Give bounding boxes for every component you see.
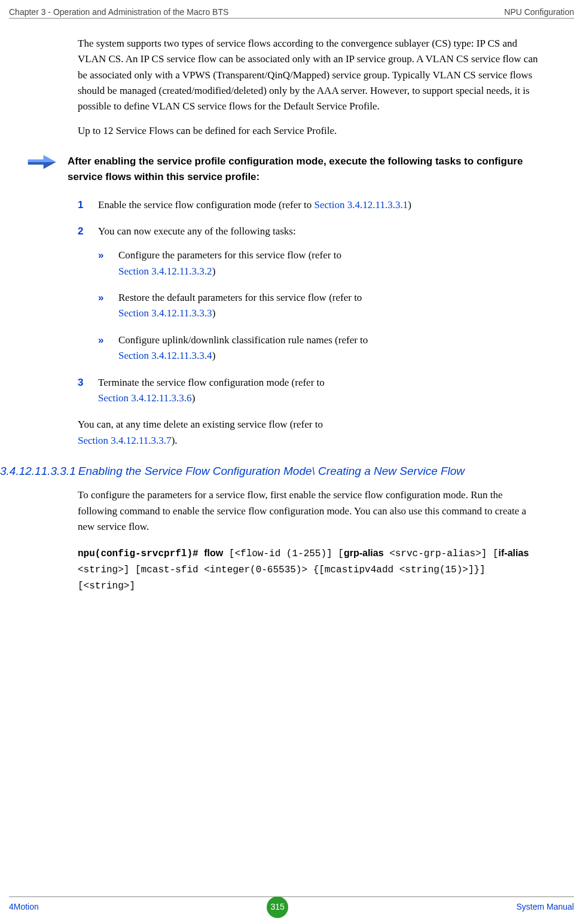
note-callout: After enabling the service profile confi…	[27, 154, 544, 185]
command-arg: <srvc-grp-alias>] [	[384, 548, 499, 559]
section-number: 3.4.12.11.3.3.1	[0, 463, 76, 480]
bullet-text: )	[212, 307, 216, 319]
step-item: Enable the service flow configuration mo…	[78, 197, 544, 213]
page-number: 315	[267, 896, 288, 918]
page-footer: 4Motion 315 System Manual	[9, 896, 574, 918]
step-text: Terminate the service flow configuration…	[98, 377, 325, 388]
section-link[interactable]: Section 3.4.12.11.3.3.7	[78, 435, 172, 446]
header-left: Chapter 3 - Operation and Administration…	[9, 6, 228, 19]
body-paragraph: The system supports two types of service…	[78, 36, 544, 115]
sub-bullet-item: Configure uplink/downlink classification…	[98, 333, 544, 364]
arrow-icon	[27, 154, 57, 170]
header-right: NPU Configuration	[504, 6, 574, 19]
section-link[interactable]: Section 3.4.12.11.3.3.4	[118, 350, 212, 361]
bullet-text: )	[212, 266, 216, 277]
command-arg: <string>] [mcast-sfid <integer(0-65535)>…	[78, 565, 486, 591]
sub-bullets: Configure the parameters for this servic…	[98, 248, 544, 364]
command-keyword: if-alias	[499, 548, 529, 558]
body-paragraph: You can, at any time delete an existing …	[78, 417, 544, 449]
command-keyword: grp-alias	[344, 548, 384, 558]
command-syntax: npu(config-srvcprfl)# flow [<flow-id (1-…	[78, 545, 544, 595]
step-text: You can now execute any of the following…	[98, 225, 296, 237]
bullet-text: Restore the default parameters for this …	[118, 292, 362, 303]
body-paragraph: To configure the parameters for a servic…	[78, 487, 544, 535]
step-item: You can now execute any of the following…	[78, 224, 544, 364]
step-text: Enable the service flow configuration mo…	[98, 199, 315, 211]
command-arg: [<flow-id (1-255)] [	[223, 548, 344, 559]
page-content: The system supports two types of service…	[78, 36, 544, 604]
step-item: Terminate the service flow configuration…	[78, 375, 544, 407]
section-link[interactable]: Section 3.4.12.11.3.3.2	[118, 266, 212, 277]
bullet-text: Configure uplink/downlink classification…	[118, 334, 368, 346]
step-text: )	[408, 199, 411, 211]
command-prompt: npu(config-srvcprfl)#	[78, 548, 204, 559]
paragraph-text: You can, at any time delete an existing …	[78, 419, 323, 430]
step-text: )	[192, 392, 196, 404]
section-link[interactable]: Section 3.4.12.11.3.3.6	[98, 392, 192, 404]
paragraph-text: ).	[172, 435, 178, 446]
page-header: Chapter 3 - Operation and Administration…	[9, 6, 574, 19]
sub-bullet-item: Configure the parameters for this servic…	[98, 248, 544, 279]
bullet-text: Configure the parameters for this servic…	[118, 249, 341, 261]
section-link[interactable]: Section 3.4.12.11.3.3.3	[118, 307, 212, 319]
bullet-text: )	[212, 350, 216, 361]
header-rule	[9, 18, 574, 19]
svg-marker-1	[28, 155, 56, 162]
body-paragraph: Up to 12 Service Flows can be defined fo…	[78, 123, 544, 139]
command-keyword: flow	[204, 548, 223, 558]
section-heading: 3.4.12.11.3.3.1Enabling the Service Flow…	[0, 463, 568, 480]
footer-left: 4Motion	[9, 901, 39, 914]
ordered-steps: Enable the service flow configuration mo…	[78, 197, 544, 406]
section-link[interactable]: Section 3.4.12.11.3.3.1	[315, 199, 408, 211]
note-text: After enabling the service profile confi…	[68, 154, 544, 185]
sub-bullet-item: Restore the default parameters for this …	[98, 290, 544, 322]
section-title: Enabling the Service Flow Configuration …	[78, 463, 568, 480]
footer-right: System Manual	[517, 901, 574, 914]
